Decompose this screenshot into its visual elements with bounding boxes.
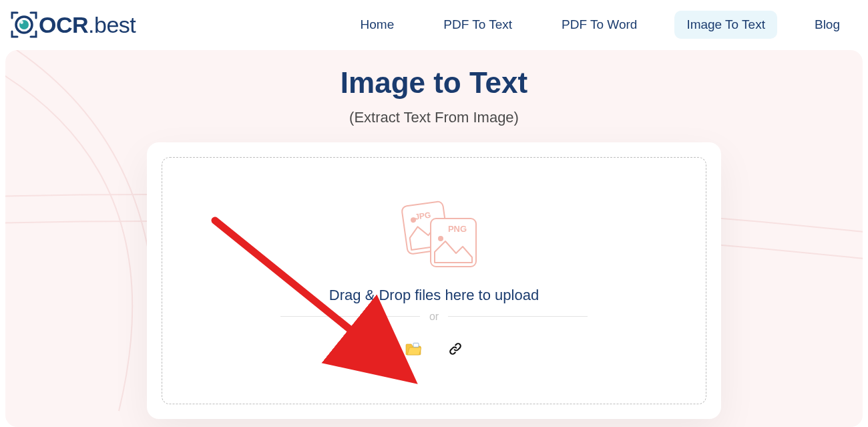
browse-files-button[interactable] bbox=[403, 339, 424, 360]
nav-blog[interactable]: Blog bbox=[803, 11, 852, 39]
logo-text-best: best bbox=[94, 12, 136, 38]
logo-text-dot: . bbox=[88, 12, 94, 38]
page-title: Image to Text bbox=[5, 66, 863, 100]
logo[interactable]: OCR . best bbox=[11, 11, 136, 38]
logo-icon bbox=[11, 11, 37, 38]
or-divider: or bbox=[280, 311, 588, 323]
upload-card: JPG PNG Drag & Drop files here to upload bbox=[147, 142, 721, 419]
nav-pdf-to-text[interactable]: PDF To Text bbox=[431, 11, 524, 39]
svg-point-2 bbox=[20, 21, 23, 24]
nav-home[interactable]: Home bbox=[349, 11, 407, 39]
nav-image-to-text[interactable]: Image To Text bbox=[674, 11, 777, 39]
header: OCR . best Home PDF To Text PDF To Word … bbox=[0, 0, 868, 49]
upload-illustration-icon: JPG PNG bbox=[384, 198, 484, 275]
main-nav: Home PDF To Text PDF To Word Image To Te… bbox=[349, 11, 852, 39]
paste-url-button[interactable] bbox=[445, 339, 465, 361]
hero-section: Image to Text (Extract Text From Image) … bbox=[5, 50, 863, 427]
svg-text:PNG: PNG bbox=[448, 224, 467, 234]
svg-rect-9 bbox=[413, 343, 419, 347]
upload-button-row bbox=[403, 339, 465, 361]
link-icon bbox=[448, 341, 463, 358]
folder-icon bbox=[405, 342, 421, 358]
page-subtitle: (Extract Text From Image) bbox=[5, 109, 863, 126]
logo-text-ocr: OCR bbox=[39, 12, 88, 38]
nav-pdf-to-word[interactable]: PDF To Word bbox=[550, 11, 649, 39]
dropzone[interactable]: JPG PNG Drag & Drop files here to upload bbox=[162, 157, 706, 404]
dropzone-instruction: Drag & Drop files here to upload bbox=[329, 287, 539, 304]
svg-point-7 bbox=[438, 236, 443, 241]
or-label: or bbox=[429, 311, 439, 323]
